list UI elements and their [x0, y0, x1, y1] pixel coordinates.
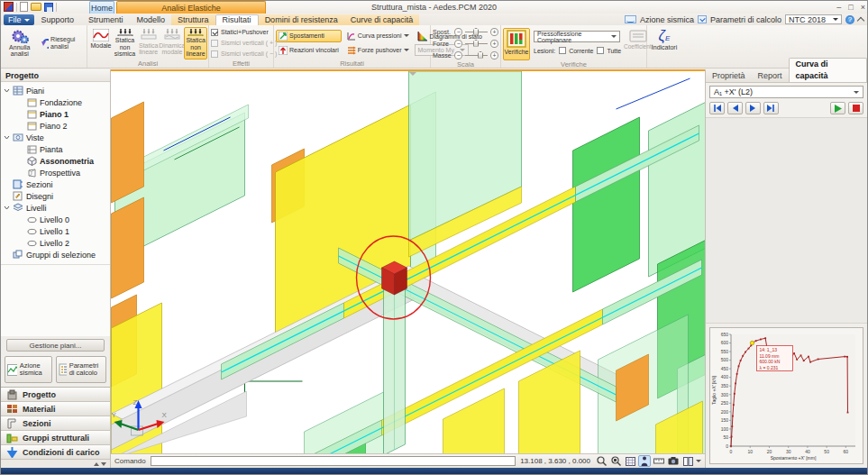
curve-select-combo[interactable]: A₁ +X' (L2): [709, 86, 863, 98]
annulla-analisi-button[interactable]: Annulla analisi: [3, 27, 37, 59]
grid-snap-icon[interactable]: [624, 455, 636, 467]
tree-item-livello-2[interactable]: Livello 2: [3, 237, 110, 249]
next-step-button[interactable]: [745, 102, 761, 114]
statica-non-lineare-button[interactable]: Statica non lineare: [184, 27, 206, 59]
azione-sismica-icon[interactable]: [625, 15, 636, 23]
maximize-button[interactable]: □: [848, 1, 853, 14]
statica-non-sismica-button[interactable]: Statica non sismica: [113, 27, 137, 59]
zoom-window-icon[interactable]: [609, 455, 622, 467]
menu-supporto[interactable]: Supporto: [34, 14, 82, 25]
tree-item-disegni[interactable]: Disegni: [3, 190, 110, 202]
tipo-verifica-combo[interactable]: Pressoflessione Complanare: [534, 31, 620, 42]
menu-strumenti[interactable]: Strumenti: [81, 14, 131, 25]
accordion-materiali[interactable]: Materiali: [1, 401, 110, 416]
tab-curva-di-capacita[interactable]: Curva di capacità: [789, 58, 867, 82]
azione-sismica-button[interactable]: Azione sismica: [5, 356, 52, 383]
tab-risultati[interactable]: Risultati: [215, 14, 259, 25]
person-view-icon[interactable]: [638, 455, 651, 467]
accordion-gruppi-strutturali[interactable]: Gruppi strutturali: [1, 430, 110, 444]
last-step-button[interactable]: [763, 102, 779, 114]
tree-item-livelli[interactable]: Livelli: [3, 202, 110, 214]
tab-report[interactable]: Report: [752, 70, 789, 82]
tree-item-livello-0[interactable]: Livello 0: [3, 214, 110, 225]
splitter-grip[interactable]: [409, 72, 416, 76]
tree-item-viste[interactable]: Viste: [3, 132, 110, 143]
accordion-progetto[interactable]: Progetto: [1, 387, 110, 401]
command-input[interactable]: [151, 456, 516, 466]
statica-lineare-button[interactable]: Statica lineare: [137, 27, 160, 59]
camera-icon[interactable]: [667, 455, 680, 467]
collapse-ribbon-icon[interactable]: [857, 17, 864, 24]
reazioni-vincolari-button[interactable]: Reazioni vincolari: [276, 44, 342, 57]
slider-track[interactable]: [465, 55, 488, 56]
minus-button[interactable]: −: [454, 40, 462, 48]
tree-item-prospettiva[interactable]: Prospettiva: [3, 167, 110, 178]
tab-home[interactable]: Home: [89, 1, 114, 14]
riesegui-analisi-button[interactable]: Riesegui analisi: [39, 32, 85, 55]
sismici-verticali-plus-checkbox[interactable]: Sismici verticali ( + ): [211, 38, 277, 49]
ruler-icon[interactable]: [653, 455, 665, 467]
tab-modello[interactable]: Modello: [131, 14, 172, 25]
close-button[interactable]: ×: [861, 1, 865, 14]
parametri-calcolo-button[interactable]: Parametri di calcolo: [56, 356, 106, 383]
forze-pushover-button[interactable]: Forze pushover: [344, 44, 412, 57]
verifiche-button[interactable]: Verifiche: [503, 28, 530, 60]
modale-button[interactable]: Modale: [89, 27, 113, 59]
accordion-sezioni[interactable]: Sezioni: [1, 416, 110, 430]
sidebar-scroll-arrows[interactable]: [1, 459, 110, 468]
tab-struttura[interactable]: Struttura: [171, 14, 215, 25]
tab-proprieta[interactable]: Proprietà: [706, 70, 752, 82]
layout-pages-icon[interactable]: [681, 455, 694, 467]
tree-item-pianta[interactable]: Pianta: [3, 143, 110, 155]
slider-track[interactable]: [465, 43, 488, 44]
tree-item-piano-1[interactable]: Piano 1: [3, 108, 110, 120]
model-viewport[interactable]: Z X Y: [111, 69, 707, 457]
parametri-calcolo-quick[interactable]: Parametri di calcolo: [710, 15, 781, 24]
tree-item-livello-1[interactable]: Livello 1: [3, 225, 110, 237]
curva-pressioni-button[interactable]: Curva pressioni: [344, 30, 412, 42]
slider-track[interactable]: [465, 32, 488, 32]
zoom-icon[interactable]: [595, 455, 608, 467]
first-step-button[interactable]: [709, 102, 725, 114]
beam-arrows-icon: [117, 29, 133, 37]
caret-down-icon[interactable]: [696, 460, 701, 462]
sismici-verticali-minus-checkbox[interactable]: Sismici verticali ( − ): [211, 49, 277, 59]
minus-button[interactable]: −: [454, 28, 462, 36]
tree-item-fondazione[interactable]: Fondazione: [3, 96, 110, 108]
norma-select[interactable]: NTC 2018: [785, 14, 842, 24]
slider-thumb[interactable]: [478, 51, 483, 59]
tree-item-assonometria[interactable]: Assonometria: [3, 155, 110, 167]
slider-thumb[interactable]: [473, 28, 479, 35]
tab-curve-capacita[interactable]: Curve di capacità: [344, 14, 420, 25]
minus-button[interactable]: −: [454, 51, 462, 59]
gestione-piani-button[interactable]: Gestione piani...: [6, 339, 105, 352]
statici-pushover-checkbox[interactable]: Statici+Pushover: [211, 27, 269, 38]
accordion-condizioni-carico[interactable]: Condizioni di carico: [1, 444, 110, 459]
dinamica-modale-button[interactable]: Dinamica modale: [160, 27, 184, 59]
azione-sismica-quick[interactable]: Azione sismica: [640, 15, 694, 24]
tree-item-sezioni[interactable]: Sezioni: [3, 178, 110, 190]
lesioni-corrente-checkbox[interactable]: Corrente: [559, 45, 593, 56]
file-menu-button[interactable]: File: [4, 14, 34, 25]
slider-thumb[interactable]: [473, 40, 479, 47]
stop-button[interactable]: [848, 102, 863, 114]
plus-button[interactable]: +: [490, 28, 498, 36]
tab-domini[interactable]: Domini di resistenza: [259, 14, 344, 25]
minimize-button[interactable]: –: [836, 1, 841, 14]
parametri-calcolo-icon[interactable]: [698, 15, 707, 23]
play-button[interactable]: [830, 102, 845, 114]
previous-step-button[interactable]: [727, 102, 743, 114]
help-icon[interactable]: ?: [845, 15, 854, 24]
tree-item-gruppi-selezione[interactable]: Gruppi di selezione: [3, 249, 110, 260]
plus-button[interactable]: +: [490, 51, 498, 59]
spostamenti-button[interactable]: Spostamenti: [276, 30, 342, 42]
tree-item-piani[interactable]: Piani: [3, 85, 110, 96]
caret-down-icon: [24, 19, 30, 22]
capacity-curve-chart[interactable]: 0501001502002503003504004505005506006500…: [709, 327, 863, 464]
tree-item-piano-2[interactable]: Piano 2: [3, 120, 110, 132]
lesioni-tutte-checkbox[interactable]: Tutte: [597, 45, 621, 56]
selected-element-red[interactable]: [382, 261, 407, 295]
plus-button[interactable]: +: [490, 40, 498, 48]
indicatori-button[interactable]: ζE Indicatori: [649, 27, 680, 59]
sections-shape-icon: [6, 418, 18, 429]
